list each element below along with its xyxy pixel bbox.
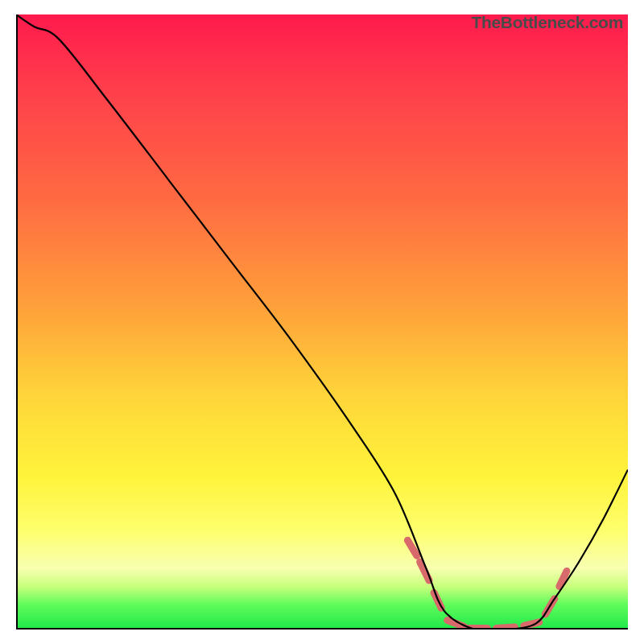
chart-stage: TheBottleneck.com <box>0 0 644 644</box>
bottleneck-curve <box>16 14 628 630</box>
x-axis <box>16 628 628 630</box>
y-axis <box>16 14 18 630</box>
plot-area: TheBottleneck.com <box>16 14 628 630</box>
